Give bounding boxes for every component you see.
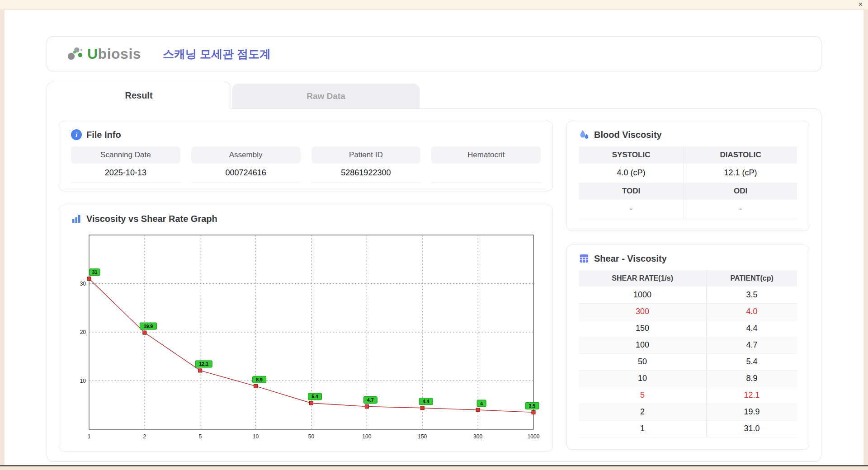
field-value-scanning-date: 2025-10-13 — [71, 164, 180, 183]
main-container: Ubiosis 스캐닝 모세관 점도계 Result Raw Data i Fi… — [47, 10, 821, 462]
svg-text:2: 2 — [143, 433, 146, 440]
blood-viscosity-header: Blood Viscosity — [579, 129, 797, 140]
bv-todi-header: TODI — [579, 183, 684, 200]
bv-diastolic-header: DIASTOLIC — [684, 146, 797, 164]
patient-viscosity-cell: 12.1 — [707, 387, 797, 404]
svg-text:4.4: 4.4 — [423, 399, 429, 404]
logo-text-u: U — [87, 46, 98, 62]
svg-text:30: 30 — [80, 281, 86, 287]
bv-odi-header: ODI — [684, 183, 797, 200]
file-info-header: i File Info — [71, 129, 541, 140]
shear-viscosity-card: Shear - Viscosity SHEAR RATE(1/s) PATIEN… — [566, 244, 809, 450]
svg-text:12.1: 12.1 — [199, 361, 209, 367]
shear-table-body: 10003.53004.01504.41004.7505.4108.9512.1… — [579, 287, 797, 437]
shear-rate-cell: 150 — [579, 320, 707, 337]
shear-table-row: 108.9 — [579, 370, 797, 387]
info-icon: i — [71, 129, 82, 140]
field-scanning-date: Scanning Date 2025-10-13 — [71, 146, 180, 183]
bv-value-row-2: - - — [579, 200, 797, 219]
bv-todi-value: - — [579, 200, 684, 219]
right-column: Blood Viscosity SYSTOLIC DIASTOLIC 4.0 (… — [566, 121, 809, 450]
field-assembly: Assembly 000724616 — [191, 146, 301, 183]
tab-raw-data[interactable]: Raw Data — [232, 84, 420, 108]
bv-systolic-value: 4.0 (cP) — [579, 164, 684, 183]
app-title-korean: 스캐닝 모세관 점도계 — [163, 47, 271, 61]
shear-rate-cell: 2 — [579, 404, 707, 420]
field-value-patient-id: 52861922300 — [311, 164, 421, 183]
patient-viscosity-cell: 5.4 — [707, 353, 797, 370]
patient-column-header: PATIENT(cp) — [707, 270, 797, 287]
bv-header-row-1: SYSTOLIC DIASTOLIC — [579, 146, 797, 164]
bv-diastolic-value: 12.1 (cP) — [684, 164, 797, 183]
svg-text:19.9: 19.9 — [144, 324, 153, 329]
field-value-assembly: 000724616 — [191, 164, 301, 183]
result-panel: i File Info Scanning Date 2025-10-13 Ass… — [47, 108, 821, 462]
shear-table-header-row: SHEAR RATE(1/s) PATIENT(cp) — [579, 270, 797, 287]
patient-viscosity-cell: 31.0 — [707, 420, 797, 437]
file-info-fields: Scanning Date 2025-10-13 Assembly 000724… — [71, 146, 541, 183]
field-label-hematocrit: Hematocrit — [431, 146, 541, 164]
window-titlebar: × — [0, 0, 868, 10]
blood-viscosity-card: Blood Viscosity SYSTOLIC DIASTOLIC 4.0 (… — [566, 121, 809, 231]
app-header: Ubiosis 스캐닝 모세관 점도계 — [47, 36, 821, 71]
svg-text:100: 100 — [362, 433, 371, 440]
field-label-assembly: Assembly — [191, 146, 301, 164]
svg-text:10: 10 — [80, 378, 86, 384]
shear-rate-cell: 1 — [579, 420, 707, 437]
svg-text:31: 31 — [92, 269, 98, 275]
shear-rate-cell: 50 — [579, 353, 707, 370]
field-label-scanning-date: Scanning Date — [71, 146, 180, 164]
bar-chart-icon — [71, 213, 82, 224]
patient-viscosity-cell: 3.5 — [707, 287, 797, 303]
shear-table-row: 10003.5 — [579, 287, 797, 303]
window-close-icon[interactable]: × — [859, 1, 863, 8]
svg-text:1: 1 — [88, 433, 91, 440]
shear-rate-cell: 1000 — [579, 287, 707, 303]
viscosity-chart-svg: 102030125105010015030010003119.912.18.95… — [71, 230, 541, 443]
svg-text:10: 10 — [253, 433, 259, 440]
logo-text: Ubiosis — [87, 46, 141, 62]
patient-viscosity-cell: 4.0 — [707, 303, 797, 320]
shear-table-row: 131.0 — [579, 420, 797, 437]
logo-text-rest: biosis — [98, 46, 141, 62]
droplet-icon — [579, 129, 590, 140]
field-hematocrit: Hematocrit — [431, 146, 541, 183]
blood-viscosity-title: Blood Viscosity — [594, 130, 662, 140]
tab-bar: Result Raw Data — [47, 81, 821, 108]
shear-table-row: 1504.4 — [579, 320, 797, 337]
graph-header: Viscosity vs Shear Rate Graph — [71, 213, 541, 224]
shear-rate-cell: 10 — [579, 370, 707, 387]
svg-text:1000: 1000 — [528, 433, 540, 440]
field-label-patient-id: Patient ID — [311, 146, 421, 164]
field-patient-id: Patient ID 52861922300 — [311, 146, 421, 183]
graph-title: Viscosity vs Shear Rate Graph — [86, 214, 217, 224]
shear-rate-column-header: SHEAR RATE(1/s) — [579, 270, 707, 287]
left-column: i File Info Scanning Date 2025-10-13 Ass… — [59, 121, 553, 450]
svg-text:5: 5 — [198, 433, 202, 440]
shear-rate-cell: 300 — [579, 303, 707, 320]
bv-odi-value: - — [684, 200, 797, 219]
svg-text:20: 20 — [80, 329, 86, 335]
svg-text:4.7: 4.7 — [367, 397, 374, 403]
shear-table-row: 512.1 — [579, 387, 797, 404]
ubiosis-logo: Ubiosis — [67, 46, 141, 62]
bv-value-row-1: 4.0 (cP) 12.1 (cP) — [579, 164, 797, 183]
shear-viscosity-table: SHEAR RATE(1/s) PATIENT(cp) 10003.53004.… — [579, 270, 797, 437]
blood-viscosity-table: SYSTOLIC DIASTOLIC 4.0 (cP) 12.1 (cP) TO… — [579, 146, 797, 219]
svg-text:3.5: 3.5 — [529, 403, 536, 409]
ubiosis-leaf-icon — [67, 46, 84, 61]
field-value-hematocrit — [431, 164, 541, 183]
patient-viscosity-cell: 8.9 — [707, 370, 797, 387]
graph-card: Viscosity vs Shear Rate Graph 1020301251… — [59, 205, 553, 451]
patient-viscosity-cell: 19.9 — [707, 404, 797, 420]
svg-text:50: 50 — [308, 433, 315, 440]
patient-viscosity-cell: 4.4 — [707, 320, 797, 337]
bv-systolic-header: SYSTOLIC — [579, 146, 684, 164]
svg-text:8.9: 8.9 — [256, 377, 263, 382]
file-info-title: File Info — [86, 130, 121, 140]
tab-result[interactable]: Result — [47, 82, 231, 109]
svg-text:150: 150 — [418, 433, 427, 440]
shear-viscosity-header: Shear - Viscosity — [579, 253, 797, 264]
svg-text:5.4: 5.4 — [311, 394, 318, 399]
shear-viscosity-title: Shear - Viscosity — [594, 254, 667, 264]
